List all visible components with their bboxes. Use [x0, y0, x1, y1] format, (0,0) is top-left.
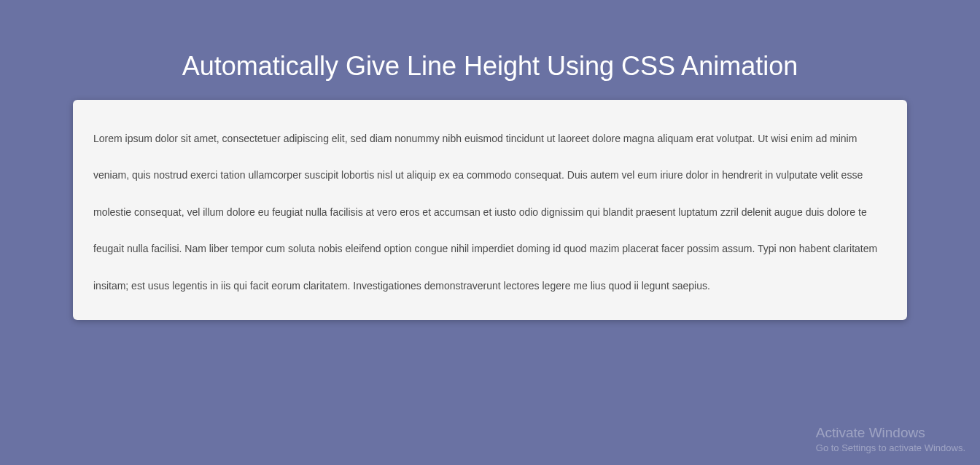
body-text: Lorem ipsum dolor sit amet, consectetuer… — [93, 120, 887, 304]
watermark-title: Activate Windows — [816, 425, 965, 441]
page-title: Automatically Give Line Height Using CSS… — [73, 51, 907, 82]
watermark-sub: Go to Settings to activate Windows. — [816, 442, 965, 453]
activate-windows-watermark: Activate Windows Go to Settings to activ… — [816, 425, 965, 453]
content-card: Lorem ipsum dolor sit amet, consectetuer… — [73, 100, 907, 320]
